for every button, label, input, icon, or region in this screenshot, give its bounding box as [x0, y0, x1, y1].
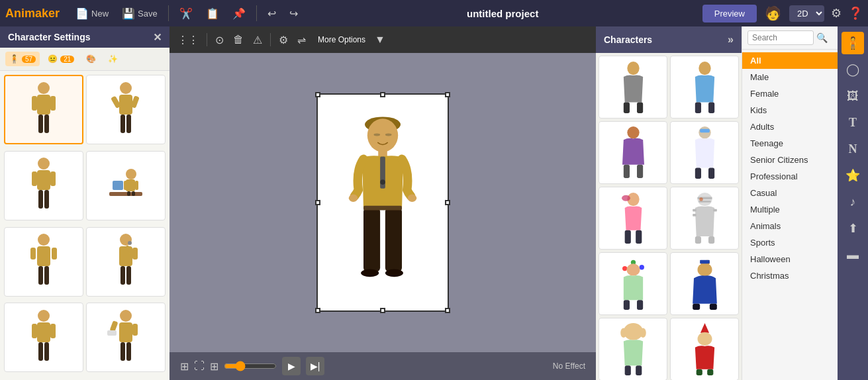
- settings-button[interactable]: ⚙: [831, 6, 842, 21]
- character-item[interactable]: [599, 187, 667, 250]
- number-tool-button[interactable]: N: [842, 138, 864, 160]
- resize-handle-ml[interactable]: [315, 200, 320, 205]
- step-forward-button[interactable]: ▶|: [306, 357, 324, 375]
- filter-item-christmas[interactable]: Christmas: [742, 267, 838, 284]
- resize-handle-br[interactable]: [445, 308, 450, 313]
- pose-item[interactable]: [4, 227, 83, 297]
- new-button[interactable]: 📄 New: [70, 5, 114, 23]
- drag-icon[interactable]: ⋮⋮: [175, 31, 201, 49]
- filter-item-casual[interactable]: Casual: [742, 185, 838, 201]
- save-button[interactable]: 💾 Save: [117, 5, 163, 23]
- resize-handle-bl[interactable]: [315, 308, 320, 313]
- characters-tool-button[interactable]: 🧍: [842, 32, 864, 54]
- character-item[interactable]: [670, 187, 739, 250]
- svg-point-86: [699, 197, 703, 201]
- svg-point-69: [699, 62, 710, 75]
- svg-rect-7: [119, 95, 132, 115]
- filter-item-kids[interactable]: Kids: [742, 102, 838, 119]
- svg-rect-36: [121, 266, 125, 285]
- search-icon[interactable]: 🔍: [816, 32, 828, 43]
- poses-grid: [0, 71, 169, 380]
- filter-item-animals[interactable]: Animals: [742, 218, 838, 234]
- svg-rect-2: [32, 96, 37, 111]
- svg-point-111: [697, 332, 712, 346]
- delete-icon[interactable]: 🗑: [230, 31, 246, 48]
- poses-tab[interactable]: 🧍 57: [5, 52, 40, 66]
- svg-rect-4: [38, 115, 43, 133]
- filter-item-professional[interactable]: Professional: [742, 168, 838, 185]
- pose-item[interactable]: [4, 75, 83, 144]
- shapes-tool-button[interactable]: ◯: [842, 58, 864, 81]
- characters-nav-icon[interactable]: »: [728, 34, 734, 46]
- upload-icon: ⬆: [848, 221, 858, 236]
- undo-button[interactable]: ↩: [262, 5, 281, 23]
- svg-rect-49: [121, 342, 125, 361]
- fullscreen-icon[interactable]: ⛶: [194, 360, 205, 372]
- resize-handle-mr[interactable]: [445, 200, 450, 205]
- filter-item-multiple[interactable]: Multiple: [742, 201, 838, 218]
- resize-handle-tm[interactable]: [380, 92, 385, 97]
- filter-item-adults[interactable]: Adults: [742, 119, 838, 135]
- colors-tab[interactable]: 🎨: [82, 52, 100, 66]
- filter-item-halloween[interactable]: Halloween: [742, 251, 838, 267]
- cut-button[interactable]: ✂️: [174, 5, 198, 23]
- pose-item[interactable]: [86, 151, 166, 220]
- effects-tab[interactable]: ✨: [104, 52, 122, 66]
- upload-tool-button[interactable]: ⬆: [842, 217, 864, 240]
- svg-rect-60: [363, 208, 380, 272]
- more-options-label[interactable]: More Options: [313, 32, 371, 47]
- grid-icon[interactable]: ⊞: [210, 360, 218, 373]
- images-tool-button[interactable]: 🖼: [842, 85, 864, 107]
- filter-item-male[interactable]: Male: [742, 69, 838, 85]
- text-tool-button[interactable]: T: [842, 111, 864, 134]
- copy-button[interactable]: 📋: [201, 5, 224, 23]
- pose-item[interactable]: [86, 227, 166, 297]
- search-box: 🔍: [742, 26, 838, 50]
- pose-item[interactable]: [86, 75, 166, 144]
- preview-button[interactable]: Preview: [702, 5, 757, 23]
- pose-item[interactable]: [4, 303, 83, 372]
- svg-rect-10: [121, 115, 125, 133]
- character-item[interactable]: [599, 318, 667, 380]
- close-panel-button[interactable]: ✕: [153, 31, 162, 44]
- resize-handle-tl[interactable]: [315, 92, 320, 97]
- zoom-slider[interactable]: [224, 361, 277, 371]
- filter-item-female[interactable]: Female: [742, 85, 838, 102]
- paste-button[interactable]: 📌: [227, 5, 251, 23]
- svg-point-54: [373, 134, 380, 136]
- music-tool-button[interactable]: ♪: [842, 191, 864, 213]
- settings-icon[interactable]: ⚙: [276, 31, 291, 49]
- character-item[interactable]: [599, 56, 667, 119]
- character-item[interactable]: [670, 252, 739, 315]
- filter-item-all[interactable]: All: [742, 52, 838, 69]
- fit-to-screen-icon[interactable]: ⊞: [180, 360, 189, 373]
- pose-item[interactable]: [4, 151, 83, 220]
- play-button[interactable]: ▶: [282, 357, 301, 375]
- expressions-tab[interactable]: 😐 21: [44, 52, 78, 66]
- swap-icon[interactable]: ⇌: [295, 31, 309, 49]
- dimension-select[interactable]: 2D: [789, 5, 824, 22]
- face-icon: 😐: [48, 54, 58, 64]
- character-item[interactable]: [670, 56, 739, 119]
- svg-rect-81: [624, 230, 630, 244]
- canvas[interactable]: [169, 53, 596, 352]
- redo-button[interactable]: ↪: [284, 5, 303, 23]
- svg-point-106: [640, 328, 646, 338]
- background-tool-button[interactable]: ▬: [842, 244, 864, 266]
- character-item[interactable]: [599, 252, 667, 315]
- resize-handle-bm[interactable]: [380, 308, 385, 313]
- warning-icon[interactable]: ⚠: [250, 31, 265, 49]
- icons-tool-button[interactable]: ⭐: [842, 164, 864, 187]
- help-button[interactable]: ❓: [848, 6, 863, 21]
- pose-item[interactable]: [86, 303, 166, 372]
- resize-handle-tr[interactable]: [445, 92, 450, 97]
- target-icon[interactable]: ⊙: [213, 31, 226, 49]
- filter-item-senior-citizens[interactable]: Senior Citizens: [742, 152, 838, 168]
- character-item[interactable]: [670, 121, 739, 184]
- filter-item-teenage[interactable]: Teenage: [742, 135, 838, 152]
- filter-item-sports[interactable]: Sports: [742, 234, 838, 251]
- search-input[interactable]: [747, 30, 814, 45]
- options-arrow-icon[interactable]: ▼: [375, 34, 385, 46]
- character-item[interactable]: [670, 318, 739, 380]
- character-item[interactable]: [599, 121, 667, 184]
